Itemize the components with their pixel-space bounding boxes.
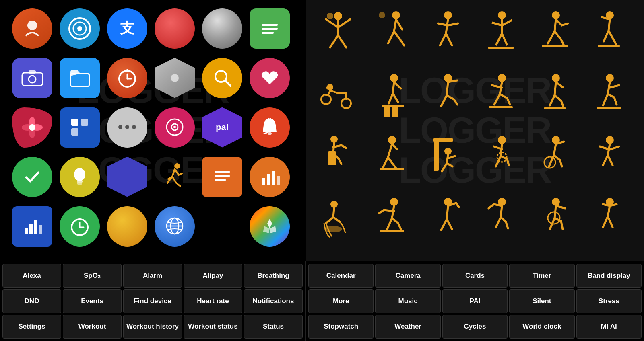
svg-point-28 xyxy=(132,125,136,129)
workout-figure-23[interactable] xyxy=(530,193,578,249)
label-stopwatch[interactable]: Stopwatch xyxy=(308,315,374,339)
svg-rect-45 xyxy=(25,228,28,234)
svg-rect-24 xyxy=(81,119,88,126)
workout-figure-5[interactable] xyxy=(530,7,578,64)
bell-icon[interactable] xyxy=(250,107,290,148)
grey-circle-icon[interactable] xyxy=(202,8,242,49)
ball-icon[interactable] xyxy=(155,8,195,49)
workout-figure-2[interactable] xyxy=(368,7,416,64)
label-calendar[interactable]: Calendar xyxy=(308,264,374,288)
stats-icon[interactable] xyxy=(12,206,52,247)
svg-rect-76 xyxy=(598,45,620,47)
workout-figure-7[interactable] xyxy=(314,69,362,125)
workout-figure-11[interactable] xyxy=(530,69,578,125)
workout-figure-3[interactable] xyxy=(422,7,470,64)
workout-figure-12[interactable] xyxy=(584,69,632,125)
timer-icon[interactable] xyxy=(107,58,147,98)
svg-rect-10 xyxy=(70,74,89,86)
amazon-icon[interactable] xyxy=(60,8,100,49)
label-events[interactable]: Events xyxy=(63,289,122,313)
run-icon[interactable] xyxy=(155,157,195,197)
label-cycles[interactable]: Cycles xyxy=(442,315,508,339)
label-pai[interactable]: PAI xyxy=(442,289,508,313)
label-timer[interactable]: Timer xyxy=(509,264,574,288)
music-icon[interactable] xyxy=(155,107,195,148)
workout-figure-4[interactable] xyxy=(476,7,524,64)
label-heart-rate[interactable]: Heart rate xyxy=(184,289,242,313)
globe-icon[interactable] xyxy=(155,206,195,247)
label-mi-ai[interactable]: MI AI xyxy=(576,315,642,339)
label-world-clock[interactable]: World clock xyxy=(509,315,574,339)
workout-figure-16[interactable] xyxy=(476,131,524,187)
workout-figure-14[interactable] xyxy=(368,131,416,187)
label-find-device[interactable]: Find device xyxy=(123,289,182,313)
workout-figure-8[interactable] xyxy=(368,69,416,125)
svg-rect-44 xyxy=(277,176,280,185)
hex-grey-icon[interactable] xyxy=(155,58,195,98)
workout-figure-24[interactable] xyxy=(584,193,632,249)
label-alipay[interactable]: Alipay xyxy=(184,264,242,288)
label-stress[interactable]: Stress xyxy=(576,289,642,313)
svg-line-59 xyxy=(338,19,350,27)
workout-figure-22[interactable] xyxy=(476,193,524,249)
label-status[interactable]: Status xyxy=(244,315,303,339)
svg-rect-43 xyxy=(272,171,275,185)
label-breathing[interactable]: Breathing xyxy=(244,264,303,288)
dots-icon[interactable] xyxy=(107,107,147,148)
heart-icon[interactable] xyxy=(250,58,290,98)
svg-rect-32 xyxy=(268,132,272,135)
workout-figure-17[interactable] xyxy=(530,131,578,187)
magnify-icon[interactable] xyxy=(202,58,242,98)
svg-rect-41 xyxy=(262,178,265,185)
svg-line-68 xyxy=(492,23,502,25)
label-settings[interactable]: Settings xyxy=(2,315,61,339)
label-workout[interactable]: Workout xyxy=(63,315,122,339)
workout-figure-6[interactable] xyxy=(584,7,632,64)
svg-point-65 xyxy=(444,11,452,19)
pai-icon[interactable]: pai xyxy=(202,107,242,148)
flower-icon[interactable] xyxy=(12,107,52,148)
alipay-icon[interactable]: 支 xyxy=(107,8,147,49)
label-camera[interactable]: Camera xyxy=(375,264,440,288)
green-timer-icon[interactable] xyxy=(60,206,100,247)
label-notifications[interactable]: Notifications xyxy=(244,289,303,313)
label-alexa[interactable]: Alexa xyxy=(2,264,61,288)
workout-figure-18[interactable] xyxy=(584,131,632,187)
label-spo2[interactable]: SpO₂ xyxy=(63,264,122,288)
workout-figure-21[interactable] xyxy=(422,193,470,249)
hex-purple-icon[interactable] xyxy=(107,157,147,197)
label-weather[interactable]: Weather xyxy=(375,315,440,339)
bar-chart-icon[interactable] xyxy=(250,157,290,197)
workout-figure-9[interactable] xyxy=(422,69,470,125)
label-silent[interactable]: Silent xyxy=(509,289,574,313)
label-workout-status[interactable]: Workout status xyxy=(184,315,242,339)
green-notes-icon[interactable] xyxy=(250,8,290,49)
files-icon[interactable] xyxy=(60,58,100,98)
svg-point-63 xyxy=(392,11,400,19)
workout-figure-1[interactable] xyxy=(314,7,362,64)
green-check-icon[interactable] xyxy=(12,157,52,197)
workout-figure-10[interactable] xyxy=(476,69,524,125)
notes-icon[interactable] xyxy=(202,157,242,197)
workout-figure-20[interactable] xyxy=(368,193,416,249)
label-band-display[interactable]: Band display xyxy=(576,264,642,288)
label-alarm[interactable]: Alarm xyxy=(123,264,182,288)
svg-rect-40 xyxy=(215,179,226,181)
label-cards[interactable]: Cards xyxy=(442,264,508,288)
orange-ball-icon[interactable] xyxy=(107,206,147,247)
svg-rect-89 xyxy=(544,107,566,109)
workout-figure-19[interactable] xyxy=(314,193,362,249)
label-more[interactable]: More xyxy=(308,289,374,313)
workout-figure-15[interactable] xyxy=(422,131,470,187)
colorful-icon[interactable] xyxy=(250,206,290,247)
svg-rect-91 xyxy=(597,107,621,109)
label-music[interactable]: Music xyxy=(375,289,440,313)
label-workout-history[interactable]: Workout history xyxy=(123,315,182,339)
camera-icon[interactable] xyxy=(12,58,52,98)
svg-point-104 xyxy=(330,201,338,208)
bulb-icon[interactable] xyxy=(60,157,100,197)
label-dnd[interactable]: DND xyxy=(2,289,61,313)
widget-icon[interactable] xyxy=(60,107,100,148)
workout-figure-13[interactable] xyxy=(314,131,362,187)
alexa-icon[interactable] xyxy=(12,8,52,49)
